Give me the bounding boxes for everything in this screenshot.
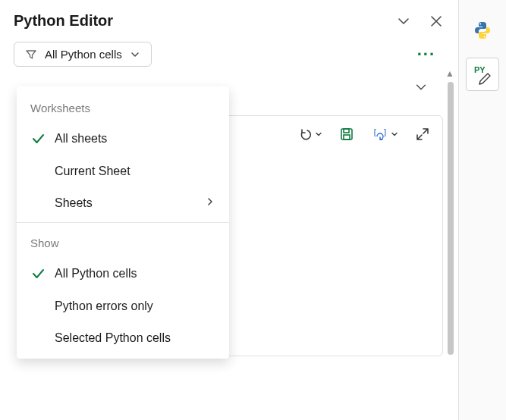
filter-dropdown-menu: Worksheets All sheets Current Sheet Shee… <box>17 86 229 359</box>
rail-python-icon-button[interactable] <box>466 14 499 47</box>
undo-icon <box>298 127 313 142</box>
menu-item-label: Sheets <box>55 196 93 210</box>
menu-item-label: Selected Python cells <box>55 331 171 345</box>
check-icon <box>30 266 46 281</box>
close-icon <box>429 14 443 28</box>
rail-py-editor-button[interactable]: PY <box>466 58 499 91</box>
panel-title: Python Editor <box>14 12 113 30</box>
dropdown-section-show: Show <box>17 226 229 257</box>
filter-icon <box>25 49 37 61</box>
undo-button[interactable] <box>298 127 322 142</box>
menu-item-all-python-cells[interactable]: All Python cells <box>17 257 229 290</box>
expand-icon <box>415 127 430 142</box>
filter-label: All Python cells <box>45 48 122 61</box>
menu-item-selected-python-cells[interactable]: Selected Python cells <box>17 322 229 354</box>
chevron-down-icon <box>315 130 322 138</box>
output-icon: [ ] <box>371 127 389 142</box>
menu-item-python-errors-only[interactable]: Python errors only <box>17 290 229 322</box>
chevron-down-icon <box>414 80 428 94</box>
collapse-button[interactable] <box>396 14 411 29</box>
menu-item-all-sheets[interactable]: All sheets <box>17 122 229 155</box>
menu-item-label: Current Sheet <box>55 165 130 178</box>
chevron-down-icon <box>391 130 398 138</box>
svg-rect-2 <box>344 135 350 139</box>
filter-row: All Python cells ··· <box>0 37 458 70</box>
menu-divider <box>17 222 229 223</box>
ellipsis-icon: ··· <box>417 45 435 64</box>
chevron-right-icon <box>205 196 215 210</box>
menu-item-sheets-submenu[interactable]: Sheets <box>17 187 229 219</box>
python-icon <box>473 20 492 40</box>
svg-rect-1 <box>344 129 349 133</box>
close-button[interactable] <box>429 14 443 28</box>
chevron-down-icon <box>396 14 411 29</box>
svg-text:[ ]: [ ] <box>372 127 388 137</box>
menu-item-label: All sheets <box>55 132 107 146</box>
more-options-button[interactable]: ··· <box>417 45 443 64</box>
save-icon <box>339 127 354 142</box>
menu-item-label: Python errors only <box>55 299 153 313</box>
expand-button[interactable] <box>415 127 430 142</box>
panel-header: Python Editor <box>0 0 458 37</box>
scrollbar-up-arrow[interactable]: ▲ <box>445 68 454 79</box>
chevron-down-icon <box>130 49 140 60</box>
py-editor-icon: PY <box>471 63 494 86</box>
svg-text:PY: PY <box>474 65 486 74</box>
check-icon <box>30 131 46 146</box>
scrollbar-thumb[interactable] <box>448 82 454 355</box>
svg-point-4 <box>479 24 481 25</box>
svg-rect-0 <box>341 129 352 139</box>
dropdown-section-worksheets: Worksheets <box>17 91 229 122</box>
output-type-button[interactable]: [ ] <box>371 127 398 142</box>
svg-point-5 <box>484 36 486 37</box>
menu-item-current-sheet[interactable]: Current Sheet <box>17 155 229 187</box>
save-button[interactable] <box>339 127 354 142</box>
header-actions <box>396 14 443 29</box>
filter-dropdown-button[interactable]: All Python cells <box>14 42 152 67</box>
right-rail: PY <box>458 0 506 420</box>
menu-item-label: All Python cells <box>55 267 137 281</box>
cell-collapse-button[interactable] <box>414 80 428 94</box>
